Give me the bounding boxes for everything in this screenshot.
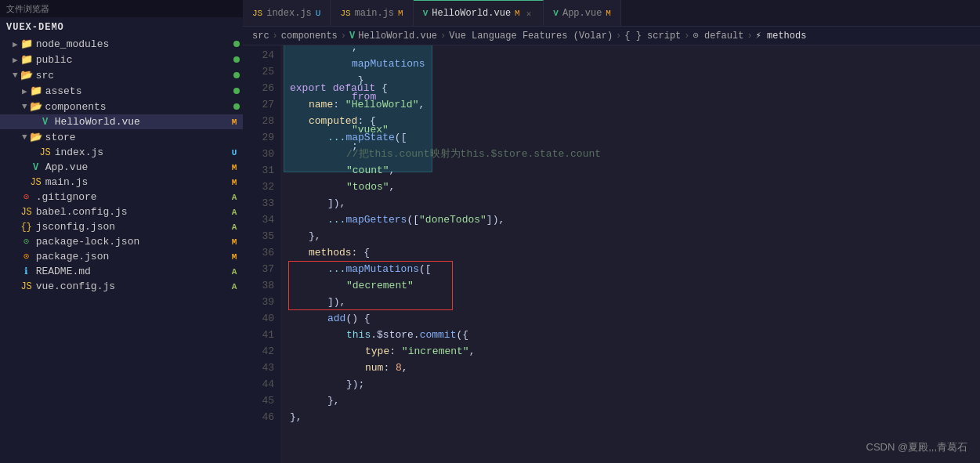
sidebar-item-vueconfig[interactable]: ▶ JS vue.config.js A: [0, 279, 243, 294]
vue-badge: V: [553, 9, 559, 18]
code-line-40: add () {: [290, 310, 980, 327]
badge-a: A: [229, 208, 240, 217]
breadcrumb-components[interactable]: components: [281, 31, 338, 42]
punc: ,: [352, 45, 364, 53]
code-line-24: import { mapGetters , mapState , mapMuta…: [290, 47, 980, 63]
sidebar-item-components[interactable]: ▼ 📂 components: [0, 99, 243, 114]
info-icon: ℹ: [20, 266, 34, 277]
sidebar-item-jsconfig[interactable]: ▶ {} jsconfig.json A: [0, 219, 243, 234]
code-line-41: this . $store . commit ({: [290, 327, 980, 343]
prop-type: type: [365, 343, 389, 360]
line-num: 29: [249, 129, 274, 146]
item-label: package.json: [36, 251, 226, 262]
sidebar-item-store[interactable]: ▼ 📂 store: [0, 129, 243, 145]
sidebar-item-packagejson[interactable]: ▶ ⊙ package.json M: [0, 249, 243, 264]
breadcrumb-src[interactable]: src: [252, 31, 269, 42]
code-line-34: ... mapGetters ([ "doneTodos" ]),: [290, 212, 980, 228]
vue-icon: V: [29, 162, 43, 173]
breadcrumb-sep: ›: [273, 31, 278, 42]
breadcrumb-sep: ›: [616, 31, 621, 42]
sidebar-item-readme[interactable]: ▶ ℹ README.md A: [0, 264, 243, 279]
breadcrumb-volar[interactable]: Vue Language Features (Volar): [449, 31, 613, 42]
breadcrumb-default[interactable]: ⊙ default: [693, 30, 744, 42]
pkg-icon: ⊙: [20, 236, 34, 248]
item-label: assets: [45, 85, 230, 97]
code-area: 24 25 26 27 28 29 30 31 32 33 34 35 36 3…: [243, 45, 980, 463]
line-num: 33: [249, 195, 274, 212]
status-dot: [233, 41, 240, 47]
tab-badge-m: M: [515, 9, 520, 18]
sidebar-item-node-modules[interactable]: ▶ 📁 node_modules: [0, 36, 243, 52]
tab-label: App.vue: [562, 8, 602, 19]
item-label: README.md: [36, 266, 226, 277]
tab-helloworld[interactable]: V HelloWorld.vue M ✕: [414, 0, 544, 27]
item-label: store: [45, 132, 240, 143]
tab-indexjs[interactable]: JS index.js U: [243, 0, 331, 27]
sidebar-item-mainjs[interactable]: ▶ JS main.js M: [0, 175, 243, 190]
code-line-37: ... mapMutations ([: [290, 261, 980, 277]
line-num: 46: [249, 409, 274, 425]
badge-m: M: [229, 252, 240, 262]
tab-badge-m: M: [398, 9, 403, 18]
item-label: index.js: [55, 146, 226, 158]
str-todos: "todos": [346, 179, 389, 195]
sidebar-item-store-index[interactable]: ▶ JS index.js U: [0, 145, 243, 160]
js-icon: JS: [20, 207, 34, 218]
sidebar-tree: ▶ 📁 node_modules ▶ 📁 public ▼ 📂 src ▶ 📁 …: [0, 36, 243, 463]
breadcrumb-file[interactable]: HelloWorld.vue: [358, 31, 437, 42]
line-num: 37: [249, 261, 274, 277]
line-num: 28: [249, 113, 274, 129]
breadcrumb-script[interactable]: { } script: [624, 31, 681, 42]
item-label: main.js: [45, 176, 226, 188]
badge-m: M: [229, 163, 240, 172]
tab-close-icon[interactable]: ✕: [524, 8, 534, 20]
js-icon: JS: [340, 9, 350, 18]
sidebar-item-public[interactable]: ▶ 📁 public: [0, 52, 243, 67]
status-dot: [233, 72, 240, 78]
kw-export: export: [290, 80, 327, 96]
line-num: 27: [249, 96, 274, 113]
fn-mapgetters2: mapGetters: [345, 212, 407, 228]
caret-icon: ▶: [22, 86, 27, 96]
breadcrumb-sep: ›: [747, 31, 752, 42]
prop-methods: methods: [309, 244, 352, 261]
item-label: package-lock.json: [36, 236, 226, 248]
code-line-42: type : "increment" ,: [290, 343, 980, 360]
tab-appvue[interactable]: V App.vue M: [544, 0, 621, 27]
line-num: 31: [249, 162, 274, 179]
sidebar-item-babel[interactable]: ▶ JS babel.config.js A: [0, 204, 243, 219]
line-num: 26: [249, 80, 274, 96]
code-line-43: num : 8 ,: [290, 360, 980, 376]
line-num: 42: [249, 343, 274, 360]
num-8: 8: [396, 360, 402, 376]
tab-mainjs[interactable]: JS main.js M: [331, 0, 413, 27]
vue-icon: V: [38, 117, 52, 128]
watermark: CSDN @夏殿,,,青葛石: [866, 439, 967, 455]
tab-label: main.js: [355, 8, 394, 19]
item-label: babel.config.js: [36, 206, 226, 218]
line-num: 36: [249, 244, 274, 261]
js-icon: JS: [38, 147, 52, 158]
folder-icon: 📁: [29, 85, 43, 97]
tab-label: HelloWorld.vue: [432, 8, 511, 19]
badge-a: A: [229, 222, 240, 232]
caret-icon: ▶: [13, 39, 18, 49]
line-num: 35: [249, 228, 274, 244]
folder-icon: 📂: [29, 100, 43, 113]
line-num: 44: [249, 376, 274, 392]
sidebar-item-assets[interactable]: ▶ 📁 assets: [0, 83, 243, 99]
top-bar-text: 文件浏览器: [6, 3, 49, 15]
sidebar-item-src[interactable]: ▼ 📂 src: [0, 67, 243, 83]
code-content[interactable]: import { mapGetters , mapState , mapMuta…: [280, 45, 980, 463]
caret-icon: ▼: [13, 71, 18, 80]
sidebar-item-gitignore[interactable]: ▶ ⊙ .gitignore A: [0, 190, 243, 204]
str-donetodos: "doneTodos": [419, 212, 486, 228]
badge-m: M: [229, 178, 240, 187]
status-dot: [233, 103, 240, 110]
item-label: HelloWorld.vue: [55, 116, 226, 128]
breadcrumb-methods[interactable]: ⚡ methods: [756, 30, 807, 42]
sidebar-item-appvue[interactable]: ▶ V App.vue M: [0, 160, 243, 175]
sidebar: 文件浏览器 VUEX-DEMO ▶ 📁 node_modules ▶ 📁 pub…: [0, 0, 243, 463]
sidebar-item-packagelock[interactable]: ▶ ⊙ package-lock.json M: [0, 234, 243, 249]
sidebar-item-helloworld[interactable]: ▶ V HelloWorld.vue M: [0, 114, 243, 129]
